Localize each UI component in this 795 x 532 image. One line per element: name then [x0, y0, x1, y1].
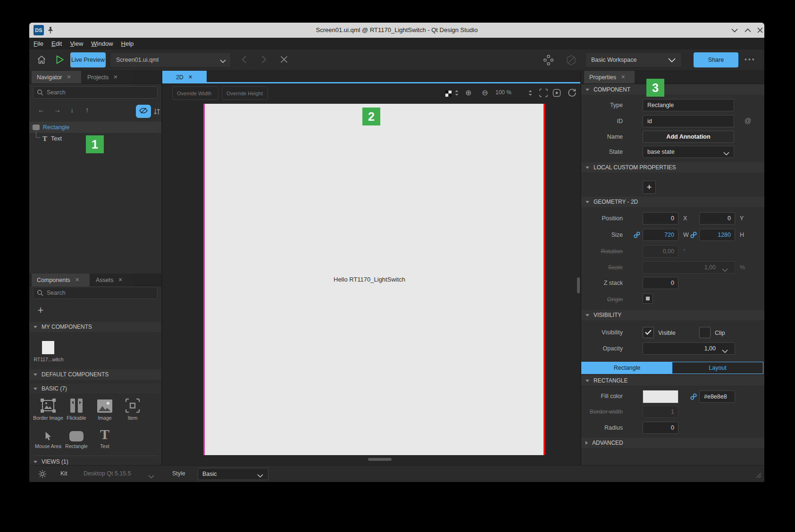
horizontal-scrollbar-thumb[interactable]: [368, 458, 392, 461]
override-width-input[interactable]: [172, 86, 218, 100]
spinner-icon[interactable]: [454, 90, 459, 98]
tab-2d[interactable]: 2D✕: [162, 71, 207, 83]
section-default-components[interactable]: DEFAULT COMPONENTS: [29, 369, 161, 380]
subtab-layout[interactable]: Layout: [672, 362, 763, 374]
style-dropdown[interactable]: Basic: [198, 468, 268, 480]
close-tab-icon[interactable]: ✕: [188, 74, 192, 80]
live-preview-button[interactable]: Live Preview: [70, 52, 106, 67]
zoom-level[interactable]: 100 %: [495, 89, 511, 96]
close-tab-icon[interactable]: ✕: [67, 74, 71, 80]
spinner-icon[interactable]: [528, 90, 533, 98]
tab-navigator[interactable]: Navigator✕: [32, 71, 81, 83]
forward-icon[interactable]: [261, 55, 267, 66]
design-canvas[interactable]: Hello RT1170_LightSwitch: [204, 104, 544, 455]
home-icon[interactable]: [37, 55, 46, 66]
back-icon[interactable]: [242, 55, 247, 66]
move-up-icon[interactable]: ↑: [85, 106, 89, 114]
fill-color-swatch[interactable]: [643, 390, 678, 403]
component-image[interactable]: Image: [90, 397, 120, 421]
clip-checkbox[interactable]: [699, 327, 711, 338]
reset-view-icon[interactable]: [568, 88, 577, 99]
more-options-icon[interactable]: •••: [745, 56, 756, 63]
fit-to-screen-icon[interactable]: [539, 89, 548, 99]
tab-properties[interactable]: Properties✕: [584, 71, 635, 83]
close-tab-icon[interactable]: ✕: [113, 74, 117, 80]
radius-field[interactable]: 0: [643, 422, 678, 434]
link-icon[interactable]: [690, 393, 697, 402]
move-down-icon[interactable]: ↓: [70, 106, 74, 114]
canvas-hello-text[interactable]: Hello RT1170_LightSwitch: [308, 276, 431, 283]
minimize-icon[interactable]: [730, 26, 739, 34]
close-document-icon[interactable]: [280, 56, 288, 65]
fill-color-hex-field[interactable]: #e8e8e8: [699, 391, 735, 403]
width-field[interactable]: 720: [643, 229, 678, 241]
visible-checkbox[interactable]: [643, 327, 654, 338]
component-rectangle[interactable]: Rectangle: [61, 425, 92, 449]
workspaces-icon[interactable]: [543, 54, 554, 68]
section-geometry-2d[interactable]: GEOMETRY - 2D: [581, 197, 764, 207]
component-item[interactable]: Item: [117, 397, 148, 421]
workspace-dropdown[interactable]: Basic Workspace: [585, 52, 682, 67]
navigator-search-input[interactable]: [33, 86, 158, 99]
type-field[interactable]: Rectangle: [643, 99, 734, 111]
menu-view[interactable]: View: [70, 40, 83, 47]
close-tab-icon[interactable]: ✕: [621, 74, 625, 80]
pixel-ratio-icon[interactable]: [445, 90, 452, 99]
components-search-input[interactable]: [33, 287, 158, 299]
add-annotation-button[interactable]: Add Annotation: [643, 131, 734, 143]
menu-window[interactable]: Window: [91, 40, 113, 47]
zoom-out-icon[interactable]: ⊖: [482, 88, 488, 97]
menu-edit[interactable]: Edit: [51, 40, 62, 47]
menu-help[interactable]: Help: [121, 40, 134, 47]
tab-projects[interactable]: Projects✕: [82, 71, 134, 83]
origin-button[interactable]: [643, 293, 653, 304]
section-component[interactable]: COMPONENT: [581, 84, 764, 95]
component-text[interactable]: T Text: [90, 425, 120, 449]
add-property-button[interactable]: +: [643, 181, 656, 194]
menu-file[interactable]: File: [33, 40, 43, 47]
section-my-components[interactable]: MY COMPONENTS: [29, 322, 161, 332]
height-field[interactable]: 1280: [699, 229, 735, 241]
open-document-dropdown[interactable]: Screen01.ui.qml: [110, 52, 231, 67]
component-border-image[interactable]: Border Image: [33, 397, 63, 421]
move-right-icon[interactable]: →: [54, 106, 61, 114]
show-hidden-toggle[interactable]: [136, 105, 151, 118]
zoom-in-icon[interactable]: ⊕: [465, 88, 471, 97]
section-views[interactable]: VIEWS (1): [29, 458, 161, 465]
subtab-rectangle[interactable]: Rectangle: [582, 362, 672, 374]
add-module-button[interactable]: +: [35, 305, 46, 317]
tree-item-rectangle[interactable]: Rectangle: [29, 122, 161, 133]
position-y-field[interactable]: 0: [699, 212, 735, 224]
kit-value[interactable]: Desktop Qt 5.15.5: [84, 470, 131, 477]
sort-order-icon[interactable]: [153, 108, 160, 117]
export-alias-icon[interactable]: @: [745, 117, 751, 125]
close-tab-icon[interactable]: ✕: [118, 277, 123, 283]
settings-gear-icon[interactable]: [38, 469, 47, 481]
tab-components[interactable]: Components✕: [32, 274, 90, 286]
zstack-field[interactable]: 0: [643, 277, 678, 289]
component-thumb-rt1170[interactable]: [42, 341, 54, 354]
component-flickable[interactable]: Flickable: [61, 397, 92, 421]
section-basic[interactable]: BASIC (7): [29, 383, 161, 394]
state-dropdown[interactable]: base state: [643, 146, 734, 158]
id-field[interactable]: id: [643, 115, 734, 127]
vertical-scrollbar-thumb[interactable]: [577, 277, 580, 293]
section-local-custom-properties[interactable]: LOCAL CUSTOM PROPERTIES: [581, 162, 764, 173]
annotations-icon[interactable]: [565, 54, 577, 68]
resize-grip[interactable]: [754, 471, 762, 480]
section-visibility[interactable]: VISIBILITY: [581, 310, 764, 320]
zoom-selection-icon[interactable]: [552, 89, 561, 99]
opacity-field[interactable]: 1,00: [643, 342, 735, 355]
run-project-icon[interactable]: [56, 55, 65, 66]
section-advanced[interactable]: ADVANCED: [581, 438, 764, 448]
close-tab-icon[interactable]: ✕: [75, 277, 79, 283]
maximize-icon[interactable]: [744, 26, 752, 34]
move-left-icon[interactable]: ←: [38, 106, 45, 114]
tab-assets[interactable]: Assets✕: [91, 274, 134, 286]
position-x-field[interactable]: 0: [643, 212, 678, 224]
link-icon[interactable]: [690, 232, 697, 240]
share-button[interactable]: Share: [694, 52, 738, 67]
link-icon[interactable]: [634, 232, 640, 240]
override-height-input[interactable]: [222, 86, 268, 100]
section-rectangle[interactable]: RECTANGLE: [581, 375, 764, 386]
